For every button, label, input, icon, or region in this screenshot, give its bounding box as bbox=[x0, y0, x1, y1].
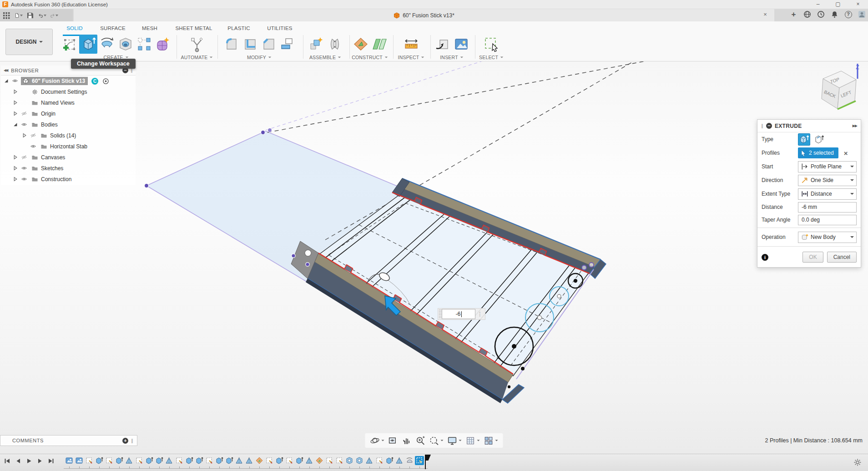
timeline-feature-extrude-icon[interactable] bbox=[195, 456, 204, 465]
timeline-feature-mirror-icon[interactable] bbox=[235, 456, 244, 465]
timeline-feature-extrude-icon[interactable] bbox=[95, 456, 104, 465]
expand-arrow-icon[interactable] bbox=[13, 111, 19, 117]
timeline-feature-mirror-icon[interactable] bbox=[395, 456, 404, 465]
ribbon-group-label[interactable]: AUTOMATE bbox=[178, 54, 216, 61]
dialog-collapse-icon[interactable]: − bbox=[766, 123, 772, 129]
fit-icon[interactable] bbox=[429, 436, 444, 446]
timeline-feature-extrude-icon[interactable] bbox=[385, 456, 394, 465]
browser-item-origin[interactable]: Origin bbox=[1, 108, 136, 119]
visibility-icon[interactable] bbox=[30, 143, 37, 150]
create-sketch-icon[interactable] bbox=[61, 35, 79, 54]
ribbon-group-label[interactable]: MODIFY bbox=[217, 54, 301, 61]
comments-panel[interactable]: COMMENTS + ∥ bbox=[0, 435, 137, 446]
ribbon-tab-solid[interactable]: SOLID bbox=[63, 25, 86, 33]
ribbon-tab-plastic[interactable]: PLASTIC bbox=[226, 25, 252, 33]
tree-item-body[interactable]: Canvases bbox=[30, 153, 68, 162]
visibility-icon[interactable] bbox=[11, 78, 19, 84]
type-extrude-solid-button[interactable] bbox=[798, 133, 810, 146]
expand-arrow-icon[interactable] bbox=[13, 89, 19, 95]
timeline-playhead-flag[interactable] bbox=[426, 455, 431, 461]
timeline-feature-sketch-icon[interactable] bbox=[285, 456, 294, 465]
timeline-feature-mirror-icon[interactable] bbox=[245, 456, 254, 465]
canvas-icon[interactable] bbox=[452, 35, 470, 54]
form-icon[interactable] bbox=[154, 35, 172, 54]
collapse-arrow-icon[interactable] bbox=[13, 122, 19, 128]
view-cube[interactable]: TOP BACK LEFT Z bbox=[808, 64, 865, 116]
timeline-track[interactable] bbox=[64, 468, 428, 469]
dimension-input[interactable]: -6 bbox=[442, 309, 475, 319]
viewports-icon[interactable] bbox=[484, 436, 499, 446]
press-pull-icon[interactable] bbox=[222, 35, 241, 54]
shell-icon[interactable] bbox=[241, 35, 259, 54]
tree-item-body[interactable]: Construction bbox=[30, 175, 74, 183]
visibility-icon[interactable] bbox=[20, 122, 28, 128]
timeline-feature-sketch-icon[interactable] bbox=[265, 456, 274, 465]
visibility-off-icon[interactable] bbox=[30, 132, 37, 139]
extent-type-dropdown[interactable]: Distance bbox=[798, 188, 857, 200]
ribbon-tab-mesh[interactable]: MESH bbox=[137, 25, 162, 33]
dimension-grip[interactable] bbox=[439, 309, 442, 319]
maximize-button[interactable]: ▢ bbox=[828, 0, 848, 9]
insert-icon[interactable] bbox=[434, 35, 452, 54]
profiles-selected-button[interactable]: 2 selected bbox=[798, 147, 838, 158]
timeline-feature-hole-icon[interactable] bbox=[345, 456, 354, 465]
document-tab[interactable]: 60" Fusion Stick v13* × bbox=[74, 9, 774, 21]
tree-item-body[interactable]: Solids (14) bbox=[39, 132, 79, 140]
chamfer-icon[interactable] bbox=[260, 35, 278, 54]
look-at-icon[interactable] bbox=[388, 436, 399, 446]
timeline-feature-sketch-icon[interactable] bbox=[175, 456, 184, 465]
expand-arrow-icon[interactable] bbox=[13, 177, 19, 182]
ribbon-group-label[interactable]: ASSEMBLE bbox=[303, 54, 348, 61]
ribbon-tab-utilities[interactable]: UTILITIES bbox=[265, 25, 295, 33]
visibility-icon[interactable] bbox=[20, 176, 28, 182]
timeline-feature-plane-icon[interactable] bbox=[255, 456, 264, 465]
offset-plane-icon[interactable] bbox=[370, 35, 389, 54]
timeline-feature-extrude-icon[interactable] bbox=[215, 456, 224, 465]
pan-icon[interactable] bbox=[402, 436, 412, 446]
visibility-icon[interactable] bbox=[20, 165, 28, 172]
ribbon-tab-sheet-metal[interactable]: SHEET METAL bbox=[174, 25, 214, 33]
automate-icon[interactable] bbox=[188, 35, 206, 54]
clear-selection-icon[interactable]: × bbox=[844, 149, 848, 157]
tab-close-icon[interactable]: × bbox=[762, 11, 769, 18]
browser-item-canvases[interactable]: Canvases bbox=[1, 152, 136, 163]
browser-item-sketches[interactable]: Sketches bbox=[1, 163, 136, 174]
hole-icon[interactable] bbox=[116, 35, 135, 54]
app-grid-icon[interactable] bbox=[2, 11, 12, 20]
tree-item-body[interactable]: 60" Fusion Stick v13 bbox=[21, 77, 88, 85]
tree-item-body[interactable]: Horizontal Stab bbox=[39, 142, 90, 151]
construct-plane-icon[interactable] bbox=[352, 35, 370, 54]
activate-component-radio-icon[interactable] bbox=[102, 78, 109, 85]
timeline-feature-sketch-icon[interactable] bbox=[335, 456, 344, 465]
collapse-panel-icon[interactable]: ◀◀ bbox=[4, 68, 7, 72]
ribbon-tab-surface[interactable]: SURFACE bbox=[96, 25, 129, 33]
visibility-off-icon[interactable] bbox=[20, 111, 28, 117]
timeline-feature-extrude-icon[interactable] bbox=[225, 456, 234, 465]
file-icon[interactable] bbox=[14, 11, 24, 20]
timeline-feature-canvas-icon[interactable] bbox=[65, 456, 74, 465]
distance-input[interactable]: -6 mm bbox=[798, 202, 857, 213]
timeline-feature-sketch-icon[interactable] bbox=[325, 456, 334, 465]
expand-arrow-icon[interactable] bbox=[13, 166, 19, 172]
timeline-feature-extrude-icon[interactable] bbox=[275, 456, 284, 465]
timeline-feature-extrude-icon[interactable] bbox=[155, 456, 164, 465]
timeline-feature-mirror-icon[interactable] bbox=[365, 456, 374, 465]
new-component-icon[interactable] bbox=[307, 35, 325, 54]
browser-item-named-views[interactable]: Named Views bbox=[1, 97, 136, 108]
expand-arrow-icon[interactable] bbox=[13, 100, 19, 106]
tree-item-body[interactable]: Bodies bbox=[30, 121, 61, 129]
expand-arrow-icon[interactable] bbox=[13, 155, 19, 161]
ok-button[interactable]: OK bbox=[802, 252, 823, 263]
timeline-feature-extrude-icon[interactable] bbox=[295, 456, 304, 465]
browser-item-60-fusion-stick-v13[interactable]: 60" Fusion Stick v13C bbox=[1, 76, 136, 86]
timeline-feature-mirror-icon[interactable] bbox=[165, 456, 174, 465]
dimension-drag-handle-icon[interactable]: ⋮ bbox=[475, 309, 484, 319]
timeline-feature-extrude-icon[interactable] bbox=[145, 456, 154, 465]
tree-item-body[interactable]: Named Views bbox=[30, 99, 77, 107]
ribbon-group-label[interactable]: CONSTRUCT bbox=[348, 54, 391, 61]
timeline-feature-plane-icon[interactable] bbox=[315, 456, 324, 465]
help-icon[interactable]: ? bbox=[844, 10, 853, 19]
job-status-icon[interactable] bbox=[817, 10, 825, 19]
grid-icon[interactable] bbox=[465, 436, 480, 446]
extrude-dialog-header[interactable]: ∥ − EXTRUDE ▶▶ bbox=[757, 120, 861, 132]
